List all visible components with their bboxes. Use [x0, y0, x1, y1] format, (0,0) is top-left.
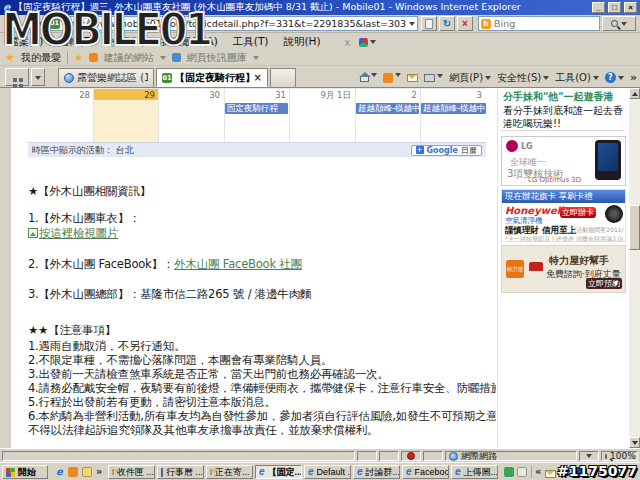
menu-favorites[interactable]: 我的最愛(A) [157, 34, 220, 50]
calendar-event-peak-crossing[interactable]: 超越顛峰-橫越中央 [421, 103, 486, 114]
search-input[interactable]: Bing [494, 18, 597, 29]
web-slice-gallery-link[interactable]: 網頁快訊圖庫 [187, 51, 247, 65]
menu-tools[interactable]: 工具(T) [230, 34, 272, 50]
scroll-down-button[interactable] [629, 437, 640, 448]
tray-messenger-icon[interactable] [560, 467, 570, 477]
jersey-photo-link[interactable]: 按這裡檢視圖片 [39, 226, 118, 240]
add-favorite-icon[interactable]: ★ [74, 52, 83, 63]
quicklaunch-folder-icon[interactable] [82, 467, 92, 477]
history-dropdown-icon[interactable] [37, 22, 43, 26]
ad-trp-banner[interactable]: 特力屋 特力屋好幫手 免費諮詢·到府丈量 立即預約 [501, 245, 626, 293]
search-button[interactable] [602, 16, 636, 31]
ad-citi-honeywell[interactable]: 現在辦花旗卡 享刷卡禮 Honeywell 空氣清淨機 立即辦卡 謹慎理財 信用… [501, 189, 626, 242]
tray-mail-icon[interactable] [545, 470, 556, 478]
calendar-event-night-ride[interactable]: 固定夜騎行程 [225, 103, 288, 114]
quicklaunch-overflow-chevron[interactable]: » [96, 466, 102, 477]
stop-button[interactable]: × [457, 16, 473, 31]
menu-file[interactable]: 檔案(F) [5, 34, 46, 50]
tab-list-button[interactable] [31, 68, 45, 86]
suggested-sites-link[interactable]: 建議的網站 [104, 51, 154, 65]
close-button[interactable]: × [624, 2, 637, 13]
task-discussion-group[interactable]: e討論群... [353, 465, 400, 479]
calendar-day[interactable]: 31 [224, 90, 286, 100]
tray-collapse-chevron[interactable]: « [535, 466, 541, 477]
quicklaunch-ie-icon[interactable]: e [56, 467, 63, 477]
post-item2-label: 2.【外木山團 FaceBook】： [28, 257, 174, 271]
task-night-ride-topic-active[interactable]: e【固定... [255, 465, 302, 479]
tray-icon-gray[interactable] [517, 467, 527, 477]
ie-icon: e [357, 467, 363, 477]
help-menu[interactable]: ? [605, 72, 624, 83]
favorites-label[interactable]: 我的最愛 [21, 51, 61, 65]
ad-lg-banner[interactable]: LG 全球唯一 3項雙核技術 LG Optimus 3D [501, 136, 626, 186]
quicklaunch-outlook-icon[interactable] [68, 467, 78, 477]
favorites-star-icon[interactable]: ★ [5, 51, 15, 64]
calendar-day[interactable]: 30 [158, 90, 220, 100]
gcal-add-button[interactable]: + Google 日曆 [411, 145, 482, 156]
command-overflow-chevron[interactable]: » [630, 71, 637, 84]
task-upload-image[interactable]: e上傳圖... [451, 465, 498, 479]
task-sending-mail[interactable]: 正在寄... [206, 465, 253, 479]
calendar-day[interactable]: 28 [28, 90, 90, 100]
vertical-scrollbar[interactable] [629, 88, 640, 448]
zoom-menu-pane[interactable] [579, 451, 599, 461]
ad-travel-title[interactable]: 分手妹和"他"一起遊香港 [503, 90, 625, 104]
tab-night-ride-topic[interactable]: 01 【固定夜騎行程】週三... × [156, 68, 268, 87]
page-menu[interactable]: 網頁(P) [449, 71, 491, 85]
home-button[interactable] [360, 73, 377, 82]
zoom-level-pane[interactable]: 100% [601, 451, 638, 461]
tab-camping-forum[interactable]: 露營樂網誌區 (1) [58, 68, 154, 87]
tray-divider [531, 466, 532, 478]
maximize-button[interactable]: □ [608, 2, 621, 13]
web-slice-dropdown-icon[interactable] [253, 56, 259, 60]
task-inbox[interactable]: 收件匣 ... [108, 465, 155, 479]
read-mail-button[interactable] [407, 74, 418, 82]
refresh-button[interactable]: ↻ [439, 16, 455, 31]
facebook-group-link[interactable]: 外木山團 FaceBook 社團 [174, 257, 302, 271]
new-tab-stub[interactable] [270, 68, 296, 87]
ad-travel-body[interactable]: 看分手妹到底和誰一起去香港吃喝玩樂!! [503, 104, 623, 130]
tools-menu[interactable]: 工具(O) [555, 71, 599, 85]
safety-menu[interactable]: 安全性(S) [497, 71, 549, 85]
quick-tabs-button[interactable] [5, 68, 29, 86]
print-button[interactable] [424, 74, 443, 82]
menu-help[interactable]: 說明(H) [280, 34, 323, 50]
calendar-icon [161, 468, 163, 477]
task-default[interactable]: eDefault ... [304, 465, 351, 479]
feeds-button[interactable] [383, 73, 401, 83]
scrollbar-thumb[interactable] [629, 205, 640, 250]
start-label: 開始 [18, 466, 36, 479]
apply-now-button[interactable]: 立即辦卡 [560, 207, 596, 218]
minimize-button[interactable]: _ [592, 2, 605, 13]
menu-view[interactable]: 檢視(V) [106, 34, 148, 50]
calendar-day[interactable]: 2 [355, 90, 417, 100]
compatibility-view-button[interactable] [421, 16, 437, 31]
calendar-day-today[interactable]: 29 [93, 90, 155, 100]
start-button[interactable]: 開始 [2, 465, 48, 479]
tools-menu-label: 工具(O) [555, 71, 591, 85]
quick-tabs-grid-icon [13, 78, 17, 82]
tray-network-icon[interactable] [573, 467, 583, 477]
restricted-icon [407, 452, 415, 460]
calendar-day[interactable]: 3 [420, 90, 482, 100]
scroll-up-button[interactable] [629, 88, 640, 99]
tray-icon-green[interactable] [504, 467, 514, 477]
suggested-sites-dropdown-icon[interactable] [160, 56, 166, 60]
url-dropdown-icon[interactable] [409, 22, 415, 26]
addon-icon[interactable] [359, 38, 376, 47]
task-label: 討論群... [366, 466, 400, 479]
calendar-day[interactable]: 9月 1日 [289, 90, 351, 102]
addon-close-icon[interactable]: x [345, 37, 351, 48]
calendar-event-peak-crossing[interactable]: 超越顛峰-橫越中央 [356, 103, 419, 114]
address-field[interactable]: 01 http://www.mobile01.com/topicdetail.p… [46, 16, 418, 31]
tab-close-icon[interactable]: × [254, 72, 262, 83]
zone-label: 網際網路 [461, 450, 497, 463]
trp-logo-icon: 特力屋 [506, 260, 524, 278]
url-text[interactable]: http://www.mobile01.com/topicdetail.php?… [63, 18, 406, 29]
search-box[interactable]: b Bing [478, 16, 600, 31]
post-item2-line: 2.【外木山團 FaceBook】：外木山團 FaceBook 社團 [28, 257, 496, 271]
safety-menu-label: 安全性(S) [497, 71, 541, 85]
task-calendar[interactable]: 行事曆 ... [157, 465, 204, 479]
task-facebook[interactable]: eFaceboo... [402, 465, 449, 479]
menu-edit[interactable]: 編輯(E) [55, 34, 97, 50]
